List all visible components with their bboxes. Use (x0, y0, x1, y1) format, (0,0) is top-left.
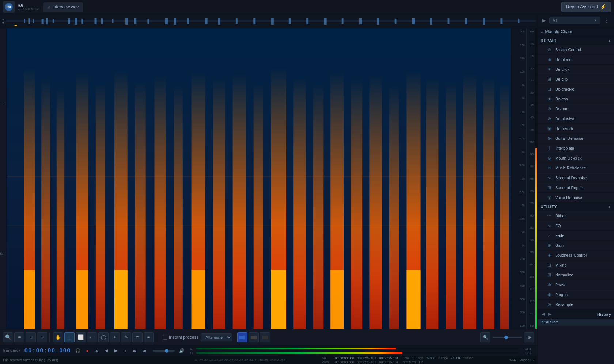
vu-scale-21: -21 (254, 359, 258, 362)
tab-interview[interactable]: × Interview.wav (43, 2, 83, 12)
pencil-icon: ✒ (147, 334, 151, 340)
section-utility-header[interactable]: Utility ▲ (538, 203, 614, 211)
freq-label-500: 500 (512, 271, 526, 274)
module-de-reverb[interactable]: ◉ De-reverb (538, 124, 614, 134)
module-music-rebalance[interactable]: ≋ Music Rebalance (538, 163, 614, 173)
zoom-slider-thumb[interactable] (504, 336, 508, 339)
svg-rect-57 (369, 75, 382, 329)
fwd-button[interactable]: ⏭ (131, 347, 139, 355)
module-chain-bar[interactable]: ≡ Module Chain (538, 27, 614, 37)
tab-close-icon[interactable]: × (48, 5, 50, 9)
zoom-all-button[interactable]: ⊞ (37, 332, 47, 342)
module-mouth-de-click[interactable]: ⊗ Mouth De-click (538, 153, 614, 163)
module-phase[interactable]: ⊕ Phase (538, 280, 614, 290)
waveform-overview[interactable]: ▲ ▼ (0, 14, 537, 28)
zoom-out-h-button[interactable]: 🔍 (480, 332, 490, 342)
module-gain[interactable]: ⊕ Gain (538, 241, 614, 250)
rewind-button[interactable]: ⏮ (93, 347, 101, 355)
vu-scale-24: -24 (249, 359, 253, 362)
module-dither[interactable]: ⋯ Dither (538, 211, 614, 221)
de-click-label: De-click (555, 67, 569, 72)
freq-select-button[interactable]: ▭ (87, 332, 97, 342)
svg-rect-10 (94, 18, 96, 24)
back-icon: ◀ (105, 348, 108, 353)
panel-play-button[interactable]: ▶ (541, 17, 547, 24)
menu-dots-button[interactable]: ⋮ (602, 16, 611, 25)
module-de-ess[interactable]: ꟺ De-ess (538, 94, 614, 104)
de-plosive-icon: ⊛ (546, 116, 552, 122)
high-val: 24000 (426, 356, 435, 360)
module-mixing[interactable]: ⊡ Mixing (538, 260, 614, 270)
module-normalize[interactable]: ⊞ Normalize (538, 270, 614, 280)
volume-thumb[interactable] (165, 349, 168, 353)
spectrogram-main[interactable]: 0 1 2 3 4 5 6 7 8 9 10 11 12 13 (7, 28, 511, 329)
low-label: Low (403, 356, 409, 360)
module-de-crackle[interactable]: ⊡ De-crackle (538, 84, 614, 94)
section-repair-header[interactable]: Repair ▲ (538, 37, 614, 45)
module-loudness-control[interactable]: ◈ Loudness Control (538, 250, 614, 260)
spectrogram-canvas[interactable] (7, 28, 511, 329)
zoom-slider[interactable] (493, 337, 522, 338)
zoom-in-h-icon: ⊕ (527, 335, 531, 340)
markers-button[interactable]: ≡ (132, 332, 143, 342)
play-sel-button[interactable]: ▷ (121, 347, 129, 355)
svg-rect-43 (96, 83, 105, 329)
zoom-in-button[interactable]: ⊕ (14, 332, 24, 342)
module-de-plosive[interactable]: ⊛ De-plosive (538, 114, 614, 124)
back-button[interactable]: ◀ (102, 347, 110, 355)
record-button[interactable]: ● (83, 347, 91, 355)
module-interpolate[interactable]: ∫ Interpolate (538, 143, 614, 153)
history-back-button[interactable]: ◀ (541, 312, 546, 317)
history-section: ◀ ▶ History Initial State (538, 310, 614, 364)
band-tool-1[interactable] (237, 332, 247, 342)
history-item-initial[interactable]: Initial State (538, 319, 614, 326)
filter-button[interactable]: All ▼ (549, 17, 600, 24)
module-fade[interactable]: ⟋ Fade (538, 231, 614, 241)
history-initial-state-label: Initial State (541, 320, 558, 324)
zoom-out-button[interactable]: 🔍 (3, 332, 13, 342)
module-eq[interactable]: ∿ EQ (538, 221, 614, 231)
tab-bar: × Interview.wav (43, 2, 561, 12)
interpolate-icon: ∫ (546, 145, 552, 151)
module-de-click[interactable]: ✶ De-click (538, 65, 614, 74)
zoom-fit-button[interactable]: ⊡ (26, 332, 36, 342)
band-tool-2[interactable] (249, 332, 259, 342)
lasso-button[interactable]: ◯ (98, 332, 109, 342)
module-de-bleed[interactable]: ◈ De-bleed (538, 55, 614, 65)
end-button[interactable]: ⏭ (140, 347, 148, 355)
time-select-button[interactable]: ⬜ (76, 332, 86, 342)
module-de-hum[interactable]: ⊘ De-hum (538, 104, 614, 114)
pencil-button[interactable]: ✒ (144, 332, 154, 342)
level-L-fill (196, 348, 396, 349)
history-fwd-button[interactable]: ▶ (547, 312, 552, 317)
repair-assistant-button[interactable]: Repair Assistant ⚡ (561, 2, 611, 12)
module-plug-in[interactable]: ◉ Plug-in (538, 290, 614, 300)
instant-process-checkbox[interactable] (163, 335, 167, 340)
band-tool-3[interactable] (260, 332, 270, 342)
module-resample[interactable]: ⊛ Resample (538, 300, 614, 310)
module-breath-control[interactable]: ⊙ Breath Control (538, 45, 614, 55)
normalize-label: Normalize (555, 273, 573, 277)
module-voice-de-noise[interactable]: ◎ Voice De-noise (538, 193, 614, 203)
headphone-button[interactable]: 🎧 (74, 347, 82, 355)
filter-arrow-icon: ▼ (594, 19, 597, 22)
range-label: Range (438, 356, 448, 360)
module-de-clip[interactable]: ⊞ De-clip (538, 74, 614, 84)
module-guitar-de-noise[interactable]: ⊕ Guitar De-noise (538, 134, 614, 143)
svg-rect-12 (112, 19, 114, 23)
instant-process-label[interactable]: Instant process (163, 335, 198, 340)
module-spectral-repair[interactable]: ⊞ Spectral Repair (538, 183, 614, 193)
magic-wand-button[interactable]: ✦ (110, 332, 120, 342)
select-tool-button[interactable]: ⬚ (64, 332, 75, 342)
pan-tool-button[interactable]: ✋ (53, 332, 63, 342)
module-spectral-de-noise[interactable]: ∿ Spectral De-noise (538, 173, 614, 183)
db-meter: dB 10 15 20 25 30 35 40 45 50 55 60 65 7… (526, 28, 537, 329)
spectral-de-noise-label: Spectral De-noise (555, 176, 587, 180)
svg-rect-66 (76, 270, 88, 329)
waveform-minimap[interactable] (6, 16, 536, 26)
attenuate-select[interactable]: Attenuate Replace Mute (201, 333, 232, 341)
volume-slider[interactable] (153, 350, 175, 352)
zoom-in-h-button[interactable]: ⊕ (524, 332, 534, 342)
play-button[interactable]: ▶ (112, 347, 120, 355)
magic-pen-button[interactable]: ✎ (121, 332, 131, 342)
